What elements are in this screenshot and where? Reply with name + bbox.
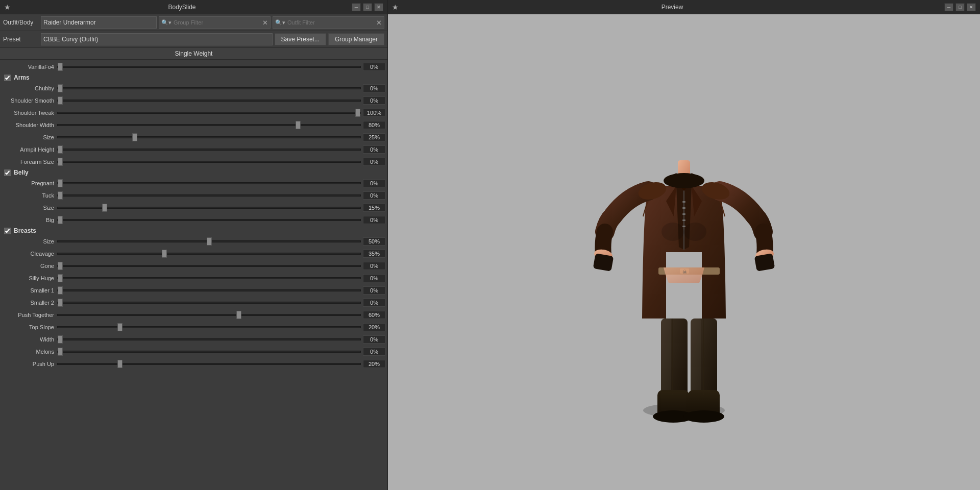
slider-input-vanillafo4[interactable]	[57, 66, 361, 68]
slider-label-smaller-1: Smaller 1	[2, 287, 57, 293]
slider-label-size-arms: Size	[2, 134, 57, 140]
slider-input-width-breasts[interactable]	[57, 338, 361, 340]
slider-input-gone[interactable]	[57, 265, 361, 267]
svg-rect-22	[682, 201, 685, 203]
slider-row-chubby: Chubby 0%	[0, 82, 387, 94]
right-close-button[interactable]: ✕	[967, 3, 976, 11]
slider-row-top-slope: Top Slope 20%	[0, 321, 387, 333]
slider-track-push-up	[57, 359, 361, 369]
slider-input-armpit-height[interactable]	[57, 149, 361, 151]
svg-rect-15	[593, 253, 614, 272]
slider-input-top-slope[interactable]	[57, 326, 361, 328]
slider-input-push-together[interactable]	[57, 314, 361, 316]
slider-input-shoulder-tweak[interactable]	[57, 112, 361, 114]
slider-input-push-up[interactable]	[57, 363, 361, 365]
slider-value-chubby: 0%	[363, 84, 385, 92]
slider-track-shoulder-smooth	[57, 95, 361, 106]
right-minimize-button[interactable]: ─	[944, 3, 953, 11]
group-checkbox-arms-group[interactable]	[4, 75, 11, 81]
slider-input-silly-huge[interactable]	[57, 277, 361, 279]
slider-input-cleavage[interactable]	[57, 253, 361, 255]
slider-row-smaller-2: Smaller 2 0%	[0, 297, 387, 309]
svg-point-21	[684, 223, 706, 241]
slider-row-size-arms: Size 25%	[0, 131, 387, 143]
outfit-dropdown[interactable]: Raider Underarmor	[41, 16, 157, 29]
group-label-breasts-group: Breasts	[14, 227, 36, 234]
slider-value-shoulder-width: 80%	[363, 121, 385, 129]
slider-track-armpit-height	[57, 144, 361, 155]
group-filter-clear[interactable]: ✕	[260, 19, 270, 27]
slider-row-big: Big 0%	[0, 214, 387, 226]
slider-value-top-slope: 20%	[363, 323, 385, 331]
slider-input-tuck[interactable]	[57, 194, 361, 197]
slider-input-shoulder-width[interactable]	[57, 124, 361, 126]
preview-area: ☠	[388, 14, 980, 490]
slider-track-smaller-1	[57, 285, 361, 296]
slider-row-width-breasts: Width 0%	[0, 333, 387, 346]
slider-input-smaller-2[interactable]	[57, 302, 361, 304]
slider-track-shoulder-width	[57, 120, 361, 130]
slider-row-size-belly: Size 15%	[0, 202, 387, 214]
left-close-button[interactable]: ✕	[374, 3, 383, 11]
slider-input-pregnant[interactable]	[57, 182, 361, 184]
outfit-filter-clear[interactable]: ✕	[374, 19, 384, 27]
slider-input-big[interactable]	[57, 219, 361, 221]
group-checkbox-belly-group[interactable]	[4, 169, 11, 176]
slider-track-shoulder-tweak	[57, 108, 361, 118]
slider-input-shoulder-smooth[interactable]	[57, 100, 361, 102]
outfit-body-row: Outfit/Body Raider Underarmor 🔍▾ ✕ 🔍▾ ✕	[0, 14, 387, 31]
slider-row-tuck: Tuck 0%	[0, 189, 387, 202]
slider-input-size-breasts[interactable]	[57, 240, 361, 242]
slider-track-width-breasts	[57, 334, 361, 345]
slider-label-push-up: Push Up	[2, 361, 57, 367]
preview-title-bar: ★ Preview ─ □ ✕	[388, 0, 980, 14]
slider-label-shoulder-width: Shoulder Width	[2, 122, 57, 128]
slider-value-size-arms: 25%	[363, 133, 385, 141]
right-maximize-button[interactable]: □	[955, 3, 965, 11]
slider-track-melons	[57, 347, 361, 357]
slider-track-chubby	[57, 83, 361, 93]
slider-input-chubby[interactable]	[57, 87, 361, 89]
slider-value-width-breasts: 0%	[363, 335, 385, 344]
slider-track-big	[57, 215, 361, 225]
left-minimize-button[interactable]: ─	[352, 3, 361, 11]
svg-rect-23	[682, 207, 685, 209]
slider-value-armpit-height: 0%	[363, 145, 385, 154]
group-checkbox-breasts-group[interactable]	[4, 228, 11, 234]
character-preview: ☠	[582, 74, 786, 431]
svg-rect-4	[691, 318, 701, 400]
group-arms-group: Arms	[0, 73, 387, 82]
slider-track-cleavage	[57, 249, 361, 259]
group-manager-button[interactable]: Group Manager	[328, 33, 384, 45]
slider-value-shoulder-smooth: 0%	[363, 96, 385, 105]
slider-input-size-arms[interactable]	[57, 136, 361, 138]
group-filter-input[interactable]	[174, 17, 260, 28]
slider-input-smaller-1[interactable]	[57, 289, 361, 291]
slider-track-vanillafo4	[57, 62, 361, 72]
slider-label-big: Big	[2, 217, 57, 223]
group-filter-box: 🔍▾ ✕	[159, 16, 271, 29]
slider-track-size-belly	[57, 203, 361, 213]
slider-label-gone: Gone	[2, 263, 57, 269]
save-preset-button[interactable]: Save Preset...	[275, 33, 326, 45]
slider-label-width-breasts: Width	[2, 336, 57, 342]
slider-input-melons[interactable]	[57, 351, 361, 353]
app-icon: ★	[4, 3, 12, 11]
slider-row-size-breasts: Size 50%	[0, 235, 387, 248]
outfit-filter-box: 🔍▾ ✕	[273, 16, 384, 29]
svg-point-17	[664, 173, 704, 188]
slider-value-big: 0%	[363, 216, 385, 224]
preset-dropdown[interactable]: CBBE Curvy (Outfit)	[41, 33, 273, 45]
slider-track-gone	[57, 261, 361, 271]
slider-value-forearm-size: 0%	[363, 158, 385, 166]
slider-track-silly-huge	[57, 273, 361, 283]
slider-label-top-slope: Top Slope	[2, 324, 57, 330]
right-panel: ★ Preview ─ □ ✕	[388, 0, 980, 490]
outfit-filter-input[interactable]	[287, 17, 374, 28]
slider-value-cleavage: 35%	[363, 250, 385, 258]
outfit-label: Outfit/Body	[3, 19, 39, 26]
slider-value-gone: 0%	[363, 262, 385, 270]
slider-input-size-belly[interactable]	[57, 207, 361, 209]
left-maximize-button[interactable]: □	[363, 3, 372, 11]
slider-input-forearm-size[interactable]	[57, 161, 361, 163]
